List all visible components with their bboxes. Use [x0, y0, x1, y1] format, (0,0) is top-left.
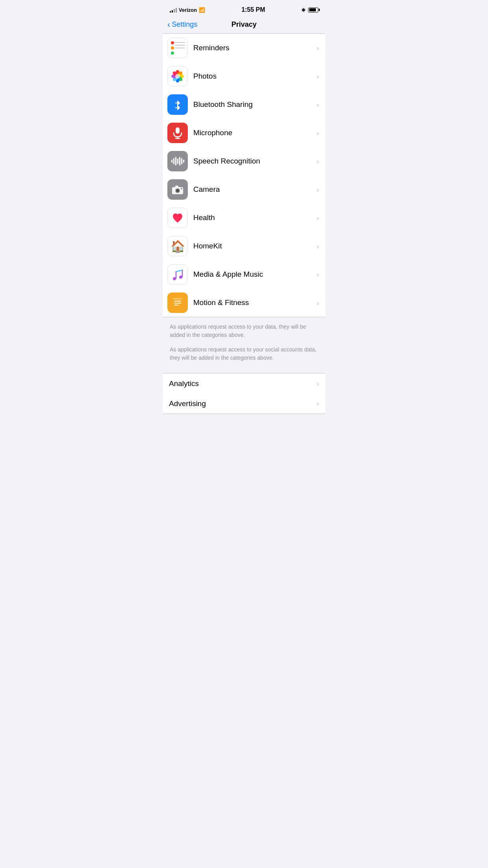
- back-chevron-icon: ‹: [167, 20, 170, 29]
- media-apple-music-label: Media & Apple Music: [193, 270, 316, 279]
- chevron-right-icon: ›: [316, 399, 319, 408]
- rline: [175, 45, 185, 46]
- svg-point-18: [177, 190, 178, 191]
- list-item-bluetooth-sharing[interactable]: Bluetooth Sharing ›: [163, 90, 325, 119]
- list-item-reminders[interactable]: Reminders ›: [163, 34, 325, 62]
- chevron-right-icon: ›: [316, 72, 319, 81]
- bar7: [183, 160, 184, 163]
- music-svg: [171, 268, 184, 281]
- bar5: [179, 157, 180, 166]
- chevron-right-icon: ›: [316, 100, 319, 109]
- chevron-right-icon: ›: [316, 129, 319, 138]
- list-item-analytics[interactable]: Analytics ›: [163, 373, 325, 394]
- list-item-media-apple-music[interactable]: Media & Apple Music ›: [163, 260, 325, 289]
- bar3: [175, 157, 176, 166]
- time-display: 1:55 PM: [241, 6, 265, 13]
- signal-bars: [170, 7, 177, 13]
- analytics-label: Analytics: [169, 379, 316, 388]
- footer-text-2: As applications request access to your s…: [170, 346, 318, 362]
- speech-icon: [167, 151, 188, 171]
- wifi-icon: 📶: [199, 7, 205, 13]
- list-item-advertising[interactable]: Advertising ›: [163, 394, 325, 414]
- speech-bars: [171, 156, 184, 166]
- chevron-right-icon: ›: [316, 44, 319, 53]
- bluetooth-svg: [172, 99, 183, 110]
- dot-orange: [171, 46, 174, 50]
- list-item-microphone[interactable]: Microphone ›: [163, 119, 325, 147]
- svg-rect-26: [173, 298, 182, 300]
- camera-label: Camera: [193, 185, 316, 194]
- page-title: Privacy: [231, 20, 257, 29]
- speech-recognition-label: Speech Recognition: [193, 157, 316, 166]
- chevron-right-icon: ›: [316, 185, 319, 194]
- microphone-svg: [172, 127, 183, 139]
- list-item-homekit[interactable]: 🏠 HomeKit ›: [163, 232, 325, 260]
- svg-point-8: [175, 74, 180, 79]
- advertising-label: Advertising: [169, 399, 316, 408]
- svg-rect-19: [175, 186, 178, 188]
- bottom-spacer: [163, 414, 325, 430]
- list-item-motion-fitness[interactable]: Motion & Fitness ›: [163, 289, 325, 317]
- status-right: ✱: [301, 7, 318, 13]
- bar1: [171, 160, 172, 163]
- reminders-lines: [175, 42, 185, 48]
- photos-label: Photos: [193, 72, 316, 81]
- privacy-list: Reminders › Photos ›: [163, 33, 325, 317]
- reminders-dots: [171, 41, 174, 55]
- carrier-label: Verizon: [179, 7, 197, 13]
- chevron-right-icon: ›: [316, 379, 319, 388]
- homekit-label: HomeKit: [193, 242, 316, 250]
- chevron-right-icon: ›: [316, 270, 319, 279]
- bluetooth-sharing-label: Bluetooth Sharing: [193, 100, 316, 109]
- reminders-icon: [167, 38, 188, 58]
- svg-line-21: [176, 270, 182, 272]
- footer-text-1: As applications request access to your d…: [170, 323, 318, 339]
- rline: [175, 48, 185, 48]
- health-icon: [167, 208, 188, 228]
- chevron-right-icon: ›: [316, 298, 319, 307]
- footer-section: As applications request access to your d…: [163, 317, 325, 368]
- health-label: Health: [193, 213, 316, 222]
- motion-fitness-label: Motion & Fitness: [193, 298, 316, 307]
- dot-red: [171, 41, 174, 44]
- motion-icon: [167, 292, 188, 313]
- status-bar: Verizon 📶 1:55 PM ✱: [163, 0, 325, 17]
- list-item-camera[interactable]: Camera ›: [163, 175, 325, 204]
- microphone-label: Microphone: [193, 129, 316, 137]
- back-button[interactable]: ‹ Settings: [167, 20, 197, 29]
- camera-icon: [167, 179, 188, 200]
- microphone-icon: [167, 123, 188, 143]
- bar2: [173, 158, 174, 164]
- bar6: [181, 158, 182, 164]
- bluetooth-icon: [167, 94, 188, 115]
- bar4: [177, 158, 178, 164]
- bluetooth-icon: ✱: [301, 7, 306, 13]
- battery: [308, 7, 318, 13]
- svg-rect-12: [176, 127, 180, 134]
- music-icon: [167, 264, 188, 285]
- dot-green: [171, 51, 174, 55]
- svg-point-20: [181, 188, 182, 189]
- list-item-photos[interactable]: Photos ›: [163, 62, 325, 90]
- photos-icon: [167, 66, 188, 86]
- bottom-list: Analytics › Advertising ›: [163, 373, 325, 414]
- photos-flower-svg: [171, 69, 185, 83]
- motion-svg: [171, 296, 184, 309]
- reminders-label: Reminders: [193, 44, 316, 52]
- nav-header: ‹ Settings Privacy: [163, 17, 325, 33]
- list-item-speech-recognition[interactable]: Speech Recognition ›: [163, 147, 325, 175]
- house-emoji: 🏠: [171, 239, 185, 253]
- battery-body: [308, 7, 318, 13]
- rline: [175, 42, 185, 43]
- chevron-right-icon: ›: [316, 157, 319, 166]
- list-item-health[interactable]: Health ›: [163, 204, 325, 232]
- health-svg: [171, 211, 184, 224]
- back-label: Settings: [172, 20, 197, 29]
- status-left: Verizon 📶: [170, 7, 205, 13]
- homekit-icon: 🏠: [167, 236, 188, 256]
- chevron-right-icon: ›: [316, 242, 319, 251]
- camera-svg: [171, 184, 184, 195]
- battery-fill: [309, 8, 316, 11]
- chevron-right-icon: ›: [316, 213, 319, 223]
